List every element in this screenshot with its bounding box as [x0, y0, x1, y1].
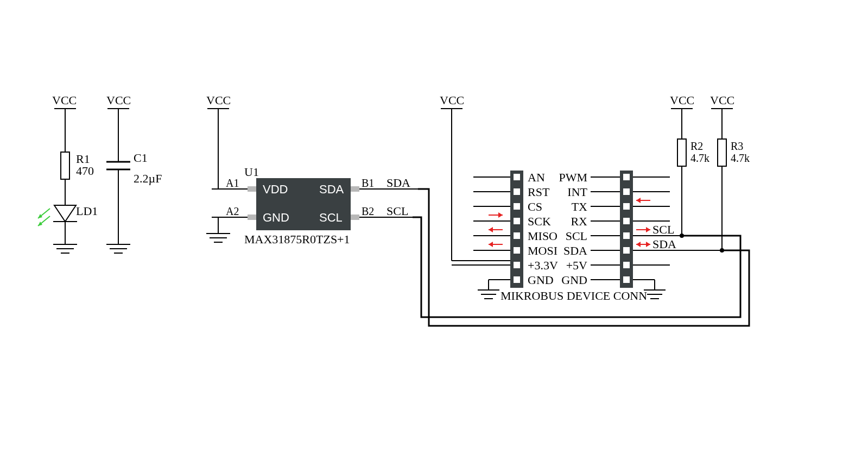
u1-a1: A1 — [226, 177, 239, 189]
svg-marker-66 — [489, 242, 493, 247]
ld1-ref: LD1 — [76, 204, 98, 218]
svg-rect-70 — [623, 203, 630, 210]
vcc-label-r3: VCC — [710, 93, 734, 107]
u1-sda: SDA — [319, 182, 344, 196]
svg-rect-75 — [623, 276, 630, 283]
r2-ref: R2 — [690, 140, 703, 152]
svg-marker-62 — [498, 212, 503, 218]
svg-rect-72 — [623, 232, 630, 239]
svg-marker-97 — [646, 227, 650, 232]
mb-left-3: SCK — [528, 215, 551, 228]
r3-ref: R3 — [731, 140, 743, 152]
u1-part: MAX31875R0TZS+1 — [244, 232, 350, 246]
mb-right-5: SDA — [563, 244, 587, 257]
c1-val: 2.2µF — [134, 172, 162, 185]
dir-arrows-right — [636, 198, 650, 247]
mikrobus-left: AN RST CS SCK MISO MOSI +3.3V GND — [452, 171, 558, 299]
svg-rect-40 — [510, 171, 523, 288]
block-u1: VCC U1 MAX31875R0TZS+1 A1 A2 B1 B2 VDD G… — [206, 93, 418, 246]
svg-rect-68 — [623, 174, 630, 180]
svg-rect-43 — [514, 203, 520, 210]
r2-val: 4.7k — [690, 152, 709, 164]
svg-rect-46 — [514, 247, 520, 254]
mb-right-7: GND — [561, 273, 587, 287]
svg-rect-107 — [677, 139, 686, 166]
block-r2: VCC R2 4.7k — [670, 93, 709, 236]
u1-gnd: GND — [263, 211, 289, 224]
u1-b2: B2 — [362, 205, 374, 217]
mikrobus-right: PWM INT TX RX SCL SDA +5V GND — [559, 171, 724, 299]
vcc-label-c1: VCC — [106, 93, 131, 107]
mb-left-6: +3.3V — [528, 258, 558, 272]
svg-rect-42 — [514, 188, 520, 195]
svg-rect-41 — [514, 174, 520, 180]
vcc-label-mb: VCC — [440, 93, 464, 107]
u1-scl: SCL — [319, 211, 343, 224]
r1-val: 470 — [76, 164, 94, 178]
net-sda-1: SDA — [387, 176, 410, 190]
mb-left-4: MISO — [528, 229, 557, 243]
c1-ref: C1 — [134, 151, 148, 165]
svg-rect-73 — [623, 247, 630, 254]
mb-right-6: +5V — [566, 258, 587, 272]
u1-b1: B1 — [362, 177, 374, 189]
svg-marker-100 — [636, 242, 641, 247]
svg-rect-45 — [514, 232, 520, 239]
svg-rect-74 — [623, 262, 630, 268]
svg-rect-48 — [514, 276, 520, 283]
vcc-label: VCC — [52, 93, 77, 107]
u1-a2: A2 — [226, 205, 239, 217]
dir-arrows-left — [489, 212, 503, 247]
svg-rect-67 — [620, 171, 633, 288]
mb-left-7: GND — [528, 273, 554, 287]
net-scl-2: SCL — [652, 223, 674, 236]
svg-rect-111 — [718, 139, 726, 166]
svg-rect-69 — [623, 188, 630, 195]
svg-rect-2 — [61, 152, 69, 179]
mikrobus-title: MIKROBUS DEVICE CONN — [500, 289, 647, 302]
ld1-symbol — [38, 205, 77, 226]
svg-marker-4 — [54, 205, 76, 222]
mb-right-1: INT — [567, 185, 587, 199]
block-r3: VCC R3 4.7k — [710, 93, 750, 250]
svg-marker-95 — [636, 198, 641, 203]
mb-left-1: RST — [528, 185, 550, 199]
net-scl-1: SCL — [387, 204, 408, 218]
svg-marker-99 — [646, 242, 650, 247]
mb-right-3: RX — [571, 215, 587, 228]
net-sda-2: SDA — [652, 237, 676, 251]
mb-left-5: MOSI — [528, 244, 557, 257]
block-c1: VCC C1 2.2µF — [106, 93, 162, 253]
u1-vdd: VDD — [263, 182, 288, 196]
block-r1-ld1: VCC R1 470 LD1 — [38, 93, 98, 253]
svg-rect-47 — [514, 262, 520, 268]
mb-right-4: SCL — [566, 229, 587, 243]
schematic-canvas: VCC R1 470 LD1 VCC C1 2.2µF — [0, 0, 868, 473]
svg-marker-64 — [489, 227, 493, 232]
vcc-label-r2: VCC — [670, 93, 694, 107]
mb-left-2: CS — [528, 200, 542, 213]
mb-right-2: TX — [572, 200, 587, 213]
mb-right-0: PWM — [559, 171, 587, 184]
r3-val: 4.7k — [731, 152, 750, 164]
vcc-label-u1: VCC — [206, 93, 231, 107]
mb-left-0: AN — [528, 171, 545, 184]
svg-rect-44 — [514, 218, 520, 224]
u1-ref: U1 — [244, 165, 259, 179]
svg-rect-71 — [623, 218, 630, 224]
